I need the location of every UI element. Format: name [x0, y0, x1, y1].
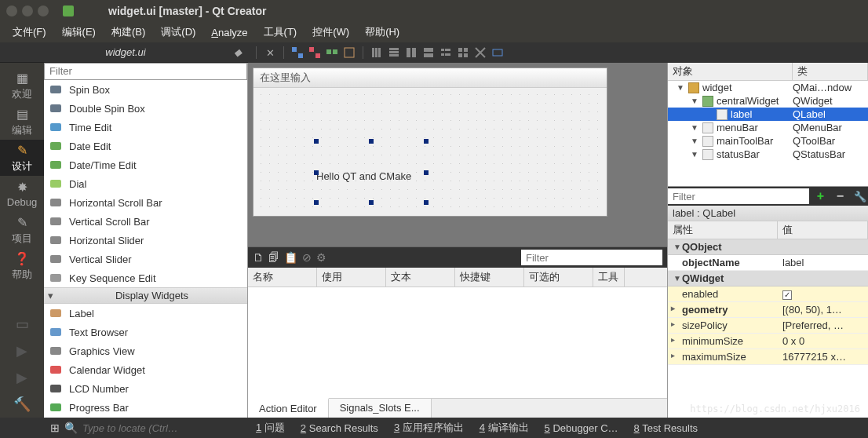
- label-widget[interactable]: Hello QT and CMake: [316, 170, 411, 182]
- close-doc-icon[interactable]: ✕: [263, 46, 277, 60]
- mode-debug[interactable]: ✸Debug: [0, 176, 44, 212]
- object-row[interactable]: labelQLabel: [668, 108, 868, 121]
- copy-action-icon[interactable]: 🗐: [268, 251, 279, 264]
- widget-item[interactable]: Progress Bar: [44, 398, 247, 417]
- widget-item[interactable]: Horizontal Scroll Bar: [44, 193, 247, 212]
- propcol-value[interactable]: 值: [778, 221, 868, 239]
- col-checkable[interactable]: 可选的: [524, 268, 593, 287]
- paste-action-icon[interactable]: 📋: [284, 251, 297, 264]
- property-filter-input[interactable]: [668, 188, 809, 204]
- minimize-icon[interactable]: [22, 5, 33, 16]
- layout-hsplit-icon[interactable]: [404, 46, 418, 60]
- locator[interactable]: ⊞ 🔍: [44, 422, 248, 434]
- output-debugger[interactable]: 5 Debugger C…: [537, 422, 626, 434]
- output-search[interactable]: 2 Search Results: [293, 422, 386, 434]
- layout-form-icon[interactable]: [439, 46, 453, 60]
- checkbox-icon[interactable]: ✓: [782, 290, 792, 300]
- object-row[interactable]: ▼menuBarQMenuBar: [668, 121, 868, 134]
- prop-enabled[interactable]: enabled ✓: [668, 287, 868, 302]
- mode-help[interactable]: ❓帮助: [0, 248, 44, 284]
- group-qobject[interactable]: ▼QObject: [668, 239, 868, 255]
- col-tooltip[interactable]: 工具: [593, 268, 625, 287]
- form-canvas[interactable]: 在这里输入 Hello QT and CMake: [248, 63, 667, 246]
- menu-edit[interactable]: 编辑(E): [56, 23, 102, 42]
- widget-item[interactable]: Date/Time Edit: [44, 155, 247, 174]
- mode-projects[interactable]: ✎项目: [0, 212, 44, 248]
- output-appout[interactable]: 3 应用程序输出: [386, 421, 472, 435]
- mode-edit[interactable]: ▤编辑: [0, 104, 44, 140]
- locator-input[interactable]: [82, 422, 242, 434]
- objcol-object[interactable]: 对象: [668, 63, 793, 80]
- menu-analyze[interactable]: Analyze: [205, 24, 253, 41]
- adjust-size-icon[interactable]: [491, 46, 505, 60]
- object-row[interactable]: ▼centralWidgetQWidget: [668, 94, 868, 108]
- config-action-icon[interactable]: ⚙: [316, 251, 326, 264]
- menu-tools[interactable]: 工具(T): [257, 23, 304, 42]
- edit-signals-icon[interactable]: [308, 46, 322, 60]
- mode-welcome[interactable]: ▦欢迎: [0, 68, 44, 104]
- build-button[interactable]: 🔨: [0, 391, 44, 418]
- maximize-icon[interactable]: [38, 5, 49, 16]
- widget-item[interactable]: Horizontal Slider: [44, 231, 247, 250]
- add-property-icon[interactable]: +: [814, 189, 827, 203]
- close-icon[interactable]: [6, 5, 17, 16]
- menu-widgets[interactable]: 控件(W): [306, 23, 356, 42]
- prop-maximumsize[interactable]: ▸maximumSize 16777215 x…: [668, 349, 868, 365]
- edit-buddies-icon[interactable]: [325, 46, 339, 60]
- widget-item[interactable]: Dial: [44, 174, 247, 193]
- prop-geometry[interactable]: ▸geometry [(80, 50), 1…: [668, 302, 868, 318]
- col-shortcut[interactable]: 快捷键: [455, 268, 524, 287]
- configure-property-icon[interactable]: 🔧: [853, 189, 866, 203]
- widgetbox-filter-input[interactable]: [49, 65, 242, 77]
- form-window[interactable]: 在这里输入 Hello QT and CMake: [253, 68, 607, 217]
- widget-category[interactable]: ▾Display Widgets: [44, 287, 247, 304]
- menu-build[interactable]: 构建(B): [105, 23, 151, 42]
- group-qwidget[interactable]: ▼QWidget: [668, 271, 868, 287]
- remove-property-icon[interactable]: −: [833, 189, 847, 203]
- tab-action-editor[interactable]: Action Editor: [248, 398, 329, 418]
- widget-item[interactable]: Graphics View: [44, 341, 247, 360]
- widget-item[interactable]: Double Spin Box: [44, 99, 247, 118]
- object-row[interactable]: ▼widgetQMai…ndow: [668, 81, 868, 94]
- delete-action-icon[interactable]: ⊘: [302, 251, 312, 264]
- prop-minimumsize[interactable]: ▸minimumSize 0 x 0: [668, 334, 868, 349]
- layout-vsplit-icon[interactable]: [421, 46, 436, 60]
- col-text[interactable]: 文本: [386, 268, 455, 287]
- widget-item[interactable]: Spin Box: [44, 80, 247, 99]
- edit-widgets-icon[interactable]: [290, 46, 305, 60]
- mode-design[interactable]: ✎设计: [0, 140, 44, 176]
- layout-grid-icon[interactable]: [456, 46, 470, 60]
- widgetbox-filter[interactable]: [44, 63, 247, 80]
- layout-v-icon[interactable]: [387, 46, 401, 60]
- action-filter-input[interactable]: [521, 250, 662, 265]
- propcol-name[interactable]: 属性: [668, 221, 778, 239]
- object-row[interactable]: ▼mainToolBarQToolBar: [668, 134, 868, 148]
- prop-objectname[interactable]: objectName label: [668, 255, 868, 271]
- object-row[interactable]: ▼statusBarQStatusBar: [668, 148, 868, 161]
- col-used[interactable]: 使用: [317, 268, 386, 287]
- edit-taborder-icon[interactable]: [342, 46, 356, 60]
- pane-toggle-icon[interactable]: ⊞: [50, 422, 60, 434]
- widget-item[interactable]: LCD Number: [44, 379, 247, 398]
- menu-help[interactable]: 帮助(H): [359, 23, 406, 42]
- debug-run-button[interactable]: ▶: [0, 364, 44, 391]
- widget-item[interactable]: Label: [44, 304, 247, 323]
- widget-item[interactable]: Vertical Scroll Bar: [44, 212, 247, 231]
- menu-debug[interactable]: 调试(D): [155, 23, 202, 42]
- output-test[interactable]: 8 Test Results: [626, 422, 706, 434]
- widget-item[interactable]: Time Edit: [44, 118, 247, 137]
- output-compile[interactable]: 4 编译输出: [472, 421, 537, 435]
- tab-signals-slots[interactable]: Signals_Slots E...: [329, 399, 432, 418]
- menu-file[interactable]: 文件(F): [6, 23, 53, 42]
- widget-item[interactable]: Key Sequence Edit: [44, 268, 247, 287]
- run-button[interactable]: ▶: [0, 338, 44, 364]
- widget-item[interactable]: Date Edit: [44, 137, 247, 155]
- output-issues[interactable]: 1 问题: [248, 421, 293, 435]
- target-selector[interactable]: ▭: [0, 311, 44, 338]
- col-name[interactable]: 名称: [248, 268, 317, 287]
- widget-item[interactable]: Text Browser: [44, 323, 247, 341]
- prop-sizepolicy[interactable]: ▸sizePolicy [Preferred, …: [668, 318, 868, 334]
- open-file-selector[interactable]: widget.ui ◆: [0, 42, 248, 63]
- new-action-icon[interactable]: 🗋: [253, 251, 264, 264]
- widget-item[interactable]: Vertical Slider: [44, 250, 247, 268]
